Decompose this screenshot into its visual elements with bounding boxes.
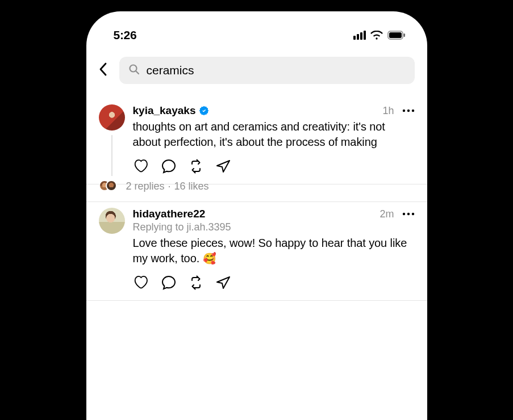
replies-count[interactable]: 2 replies (126, 180, 165, 192)
timestamp: 2m (379, 208, 394, 220)
share-button[interactable] (216, 276, 231, 292)
repost-button[interactable] (189, 159, 203, 176)
reply-button[interactable] (161, 275, 176, 292)
status-icons (353, 31, 406, 40)
more-options-button[interactable] (402, 212, 415, 216)
search-input[interactable]: ceramics (119, 57, 415, 84)
svg-point-5 (402, 110, 404, 112)
post-text: thoughts on art and ceramics and creativ… (133, 119, 415, 150)
username[interactable]: hidayathere22 (133, 208, 206, 220)
more-options-button[interactable] (402, 109, 415, 112)
cellular-signal-icon (353, 31, 366, 40)
search-query-text: ceramics (147, 64, 194, 77)
share-button[interactable] (216, 159, 231, 175)
phone-frame: 5:26 ceramics (86, 11, 427, 420)
svg-point-10 (411, 213, 414, 215)
post[interactable]: hidayathere22 2m Replying to ji.ah.3395 … (86, 202, 427, 301)
verified-badge-icon (199, 106, 209, 116)
post-actions (133, 275, 415, 292)
svg-point-7 (411, 110, 414, 112)
battery-icon (387, 31, 406, 40)
search-icon (128, 64, 140, 77)
post-actions (133, 159, 415, 176)
post-header: kyia_kayaks 1h (133, 104, 415, 117)
like-button[interactable] (133, 159, 149, 176)
svg-rect-1 (389, 32, 402, 38)
repost-button[interactable] (189, 275, 203, 292)
emoji: 🥰 (203, 253, 216, 264)
status-bar: 5:26 (86, 20, 427, 47)
username[interactable]: kyia_kayaks (133, 104, 196, 117)
avatar[interactable] (99, 208, 125, 234)
replying-to[interactable]: Replying to ji.ah.3395 (133, 221, 415, 233)
thread-line (111, 135, 112, 176)
timestamp: 1h (382, 105, 394, 117)
reply-avatars (99, 180, 118, 192)
engagement-row[interactable]: 2 replies·16 likes (86, 177, 427, 202)
svg-rect-2 (403, 33, 405, 37)
status-time: 5:26 (114, 28, 137, 42)
like-button[interactable] (133, 275, 149, 292)
svg-point-9 (407, 213, 409, 215)
thread-column (99, 104, 125, 176)
reply-button[interactable] (161, 159, 176, 176)
feed: kyia_kayaks 1h thoughts on art and ceram… (86, 92, 427, 301)
svg-point-6 (407, 110, 409, 112)
svg-line-4 (136, 71, 139, 74)
search-header: ceramics (86, 47, 427, 92)
likes-count[interactable]: 16 likes (174, 180, 209, 192)
post-text: Love these pieces, wow! So happy to hear… (133, 236, 415, 266)
avatar[interactable] (99, 104, 125, 131)
engagement-text: 2 replies·16 likes (126, 180, 209, 192)
back-button[interactable] (99, 62, 110, 78)
post[interactable]: kyia_kayaks 1h thoughts on art and ceram… (86, 99, 427, 184)
wifi-icon (370, 31, 383, 40)
post-header: hidayathere22 2m (133, 208, 415, 220)
svg-point-8 (402, 213, 404, 215)
